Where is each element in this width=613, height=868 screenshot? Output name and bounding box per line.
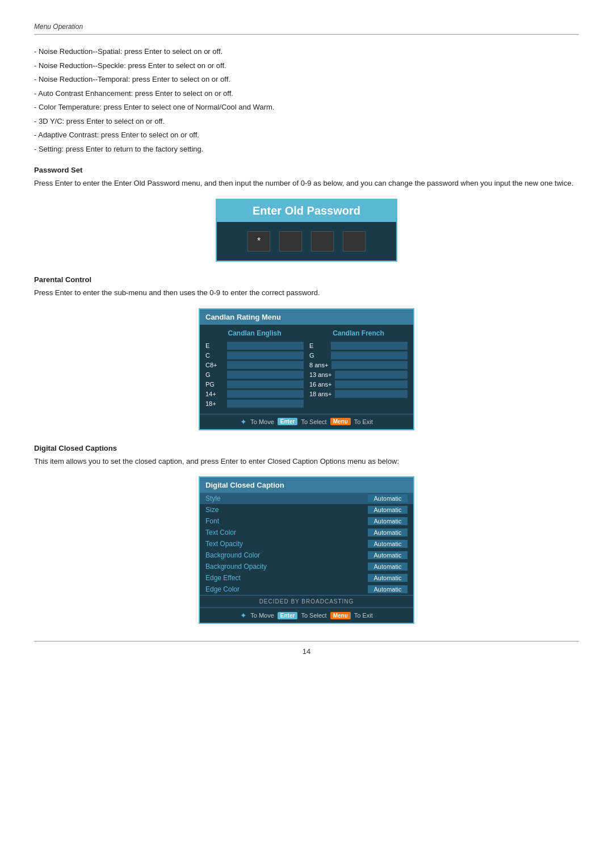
dcc-menu-button[interactable]: Menu [330,612,351,619]
candlan-col-1: Candlan English E C C8+ G [205,329,304,409]
candlan-label: 16 ans+ [309,381,331,388]
header-label: Menu Operation [34,23,83,31]
dcc-row-font: Font Automatic [200,515,413,527]
candlan-row: E [309,342,408,350]
dcc-box: Digital Closed Caption Style Automatic S… [199,476,414,624]
dcc-value-size: Automatic [368,506,408,514]
dcc-row-text-opacity: Text Opacity Automatic [200,538,413,550]
dcc-row-bg-color: Background Color Automatic [200,550,413,561]
list-item: - Noise Reduction--Spatial: press Enter … [34,46,579,57]
candlan-box: Candlan Rating Menu Candlan English E C … [199,308,414,430]
candlan-col1-header: Candlan English [205,329,304,337]
dcc-label-style: Style [205,494,221,502]
candlan-label: G [309,352,328,359]
candlan-row: G [309,351,408,359]
dcc-footer: ✦ To Move Enter To Select Menu To Exit [200,607,413,623]
dcc-value-bg-color: Automatic [368,551,408,559]
parental-control-heading: Parental Control [34,275,579,284]
list-item: - Auto Contrast Enhancement: press Enter… [34,88,579,99]
dcc-nav-exit: To Exit [354,612,373,619]
list-item: - Adaptive Contrast: press Enter to sele… [34,129,579,141]
candlan-label: 18+ [205,400,224,407]
password-box-title: Enter Old Password [217,200,396,222]
dcc-heading: Digital Closed Captions [34,444,579,452]
candlan-col2-header: Candlan French [309,329,408,337]
dcc-label-text-opacity: Text Opacity [205,540,243,548]
dcc-label-font: Font [205,517,219,525]
candlan-row: 14+ [205,390,304,398]
dcc-value-edge-color: Automatic [368,585,408,593]
candlan-label: E [205,342,224,349]
password-box: Enter Old Password * [216,199,397,262]
dcc-value-text-color: Automatic [368,529,408,536]
dcc-label-bg-opacity: Background Opacity [205,563,267,571]
move-icon: ✦ [240,417,247,426]
dcc-value-font: Automatic [368,517,408,525]
password-field-2 [279,231,302,251]
candlan-label: 14+ [205,391,224,397]
candlan-row: 8 ans+ [309,361,408,369]
list-item: - Noise Reduction--Temporal: press Enter… [34,74,579,85]
candlan-row: E [205,342,304,350]
candlan-bar [227,361,304,369]
candlan-box-container: Candlan Rating Menu Candlan English E C … [34,308,579,430]
enter-button[interactable]: Enter [278,418,298,425]
candlan-row: 16 ans+ [309,380,408,388]
candlan-bar [331,361,408,369]
dcc-value-bg-opacity: Automatic [368,563,408,571]
candlan-row: C8+ [205,361,304,369]
password-inputs: * [217,222,396,261]
candlan-label: E [309,342,328,349]
candlan-nav-exit: To Exit [354,418,373,425]
candlan-bar [227,400,304,408]
candlan-label: C [205,352,224,359]
candlan-columns: Candlan English E C C8+ G [200,325,413,414]
candlan-col-2: Candlan French E G 8 ans+ 13 ans+ [309,329,408,409]
dcc-nav-select: To Select [301,612,326,619]
dcc-label-size: Size [205,506,219,514]
parental-control-description: Press Enter to enter the sub-menu and th… [34,287,579,299]
dcc-label-edge-color: Edge Color [205,585,240,593]
list-item: - Noise Reduction--Speckle: press Enter … [34,60,579,72]
page-number: 14 [34,641,579,656]
candlan-row: 13 ans+ [309,371,408,379]
list-item: - Setting: press Enter to return to the … [34,144,579,155]
candlan-bar [335,380,408,388]
dcc-value-edge-effect: Automatic [368,574,408,582]
dcc-label-edge-effect: Edge Effect [205,574,241,582]
dcc-title: Digital Closed Caption [200,477,413,493]
dcc-value-style: Automatic [368,494,408,502]
dcc-decided-text: DECIDED BY BROADCASTING [200,595,413,607]
password-field-4 [343,231,366,251]
dcc-description: This item allows you to set the closed c… [34,456,579,468]
candlan-bar [335,371,408,379]
candlan-label: G [205,371,224,378]
candlan-bar [331,342,408,350]
candlan-row: G [205,371,304,379]
list-item: - Color Temperature: press Enter to sele… [34,102,579,113]
list-item: - 3D Y/C: press Enter to select on or of… [34,116,579,127]
candlan-label: C8+ [205,362,224,368]
candlan-nav-select: To Select [301,418,326,425]
candlan-row: 18 ans+ [309,390,408,398]
dcc-row-bg-opacity: Background Opacity Automatic [200,561,413,572]
candlan-label: 18 ans+ [309,391,331,397]
dcc-row-size: Size Automatic [200,504,413,515]
candlan-bar [227,342,304,350]
candlan-label: 13 ans+ [309,371,331,378]
candlan-row: 18+ [205,400,304,408]
dcc-enter-button[interactable]: Enter [278,612,298,619]
password-set-heading: Password Set [34,166,579,174]
candlan-bar [227,390,304,398]
candlan-label: 8 ans+ [309,362,328,368]
candlan-label: PG [205,381,224,388]
candlan-row: C [205,351,304,359]
dcc-label-bg-color: Background Color [205,551,260,559]
password-field-1: * [247,231,270,251]
menu-button[interactable]: Menu [330,418,351,425]
dcc-row-edge-color: Edge Color Automatic [200,584,413,595]
move-icon-dcc: ✦ [240,611,247,620]
candlan-nav-move: To Move [250,418,274,425]
password-box-container: Enter Old Password * [34,199,579,262]
candlan-bar [227,371,304,379]
